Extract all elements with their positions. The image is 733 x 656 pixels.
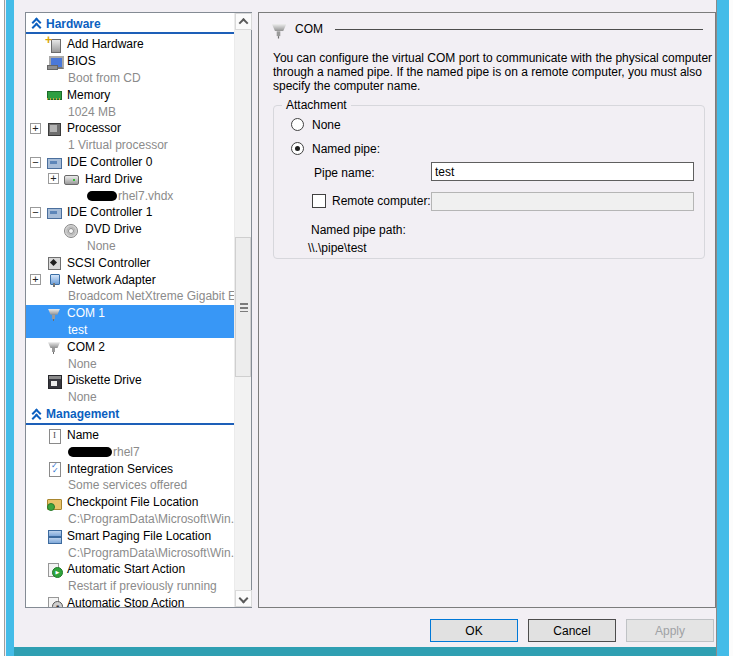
sidebar-subtext: C:\ProgramData\Microsoft\Win... [26,511,234,528]
redaction [87,191,117,201]
expand-plus-icon[interactable] [48,173,59,184]
header-rule [335,29,703,30]
sidebar-item-com-1[interactable]: COM 1 [26,305,234,322]
sidebar-item-bios[interactable]: BIOS [26,53,234,70]
collapse-minus-icon[interactable] [30,207,41,218]
sidebar-item-hard-drive[interactable]: Hard Drive [26,170,234,187]
smart-paging-icon [46,528,61,543]
named-pipe-path-label: Named pipe path: [311,223,406,237]
sidebar-item-scsi-controller[interactable]: SCSI Controller [26,254,234,271]
sidebar-subtext: rhel7.vhdx [26,187,234,204]
collapse-chevron-icon [33,410,41,420]
collapse-minus-icon[interactable] [30,157,41,168]
memory-icon [46,87,61,102]
sidebar-subtext: 1024 MB [26,103,234,120]
section-header-hardware[interactable]: Hardware [26,15,234,34]
attachment-groupbox: Attachment None Named pipe: Pipe name: R… [273,105,705,259]
sidebar-subtext: Some services offered [26,477,234,494]
ok-button[interactable]: OK [430,619,518,642]
expand-plus-icon[interactable] [30,123,41,134]
sidebar-item-memory[interactable]: Memory [26,86,234,103]
section-title: Management [46,407,119,421]
sidebar-item-add-hardware[interactable]: Add Hardware [26,36,234,53]
sidebar-item-network-adapter[interactable]: Network Adapter [26,271,234,288]
name-icon [46,428,61,443]
collapse-chevron-icon [33,19,41,29]
sidebar-item-diskette-drive[interactable]: Diskette Drive [26,372,234,389]
integration-services-icon [46,461,61,476]
sidebar-item-dvd-drive[interactable]: DVD Drive [26,221,234,238]
network-adapter-icon [46,272,61,287]
sidebar-item-automatic-start-action[interactable]: Automatic Start Action [26,561,234,578]
sidebar-subtext: Broadcom NetXtreme Gigabit Et... [26,288,234,305]
scroll-down-button[interactable] [235,590,252,607]
radio-none-label[interactable]: None [312,118,341,132]
com-port-icon [270,20,288,38]
chevron-up-icon [239,18,249,28]
cancel-button[interactable]: Cancel [528,619,616,642]
checkpoint-icon [46,495,61,510]
pipe-name-input[interactable] [431,162,694,181]
bios-icon [46,54,61,69]
named-pipe-path-value: \\.\pipe\test [308,241,367,255]
panel-title: COM [295,22,323,36]
remote-computer-checkbox[interactable] [312,194,326,208]
sidebar-item-name[interactable]: Name [26,427,234,444]
sidebar-item-integration-services[interactable]: Integration Services [26,460,234,477]
sidebar-subtext: test [26,322,234,339]
sidebar-subtext: Boot from CD [26,70,234,87]
vm-settings-window: Hardware Add Hardware BIOS Boot from CD … [0,0,733,656]
window-border-left [6,0,14,656]
radio-none[interactable] [291,118,304,131]
panel-description: You can configure the virtual COM port t… [273,51,731,93]
add-hardware-icon [46,37,61,52]
sidebar-subtext: Restart if previously running [26,578,234,595]
auto-start-icon [46,562,61,577]
sidebar-subtext: None [26,238,234,255]
auto-stop-icon [46,596,61,608]
expand-plus-icon[interactable] [30,274,41,285]
window-border-bottom [14,647,716,656]
processor-icon [46,121,61,136]
hardware-list: Hardware Add Hardware BIOS Boot from CD … [25,12,252,608]
com-port-icon [46,339,61,354]
sidebar-item-processor[interactable]: Processor [26,120,234,137]
apply-button[interactable]: Apply [626,619,714,642]
sidebar-subtext: None [26,355,234,372]
scsi-controller-icon [46,255,61,270]
hardware-list-content: Hardware Add Hardware BIOS Boot from CD … [26,13,234,607]
sidebar-subtext: 1 Virtual processor [26,137,234,154]
sidebar-subtext: C:\ProgramData\Microsoft\Win... [26,544,234,561]
com-port-icon [46,306,61,321]
remote-computer-label[interactable]: Remote computer: [332,194,431,208]
sidebar-subtext: rhel7 [26,443,234,460]
panel-header: COM [271,19,703,39]
sidebar-item-checkpoint-file-location[interactable]: Checkpoint File Location [26,494,234,511]
diskette-icon [46,373,61,388]
dvd-drive-icon [63,222,78,237]
sidebar-selection: COM 1 test [26,305,234,339]
section-header-management[interactable]: Management [26,406,234,425]
sidebar-item-smart-paging-file-location[interactable]: Smart Paging File Location [26,527,234,544]
section-title: Hardware [46,17,101,31]
pipe-name-label: Pipe name: [314,166,375,180]
sidebar-scrollbar[interactable] [234,13,251,607]
chevron-down-icon [239,594,249,604]
scrollbar-thumb[interactable] [235,237,251,377]
hard-drive-icon [63,171,78,186]
sidebar-subtext: None [26,389,234,406]
sidebar-item-com-2[interactable]: COM 2 [26,338,234,355]
window-border-right [716,0,729,656]
scroll-up-button[interactable] [235,13,252,30]
window-edge-left [0,0,5,656]
scrollbar-grip-icon [240,303,248,312]
radio-named-pipe-label[interactable]: Named pipe: [312,142,380,156]
sidebar-item-automatic-stop-action[interactable]: Automatic Stop Action [26,595,234,608]
sidebar-item-ide-controller-1[interactable]: IDE Controller 1 [26,204,234,221]
groupbox-legend: Attachment [282,98,351,112]
com-settings-panel: COM You can configure the virtual COM po… [258,12,716,608]
radio-named-pipe[interactable] [291,142,304,155]
sidebar-item-ide-controller-0[interactable]: IDE Controller 0 [26,154,234,171]
window-edge-right [729,0,733,656]
ide-controller-icon [46,155,61,170]
